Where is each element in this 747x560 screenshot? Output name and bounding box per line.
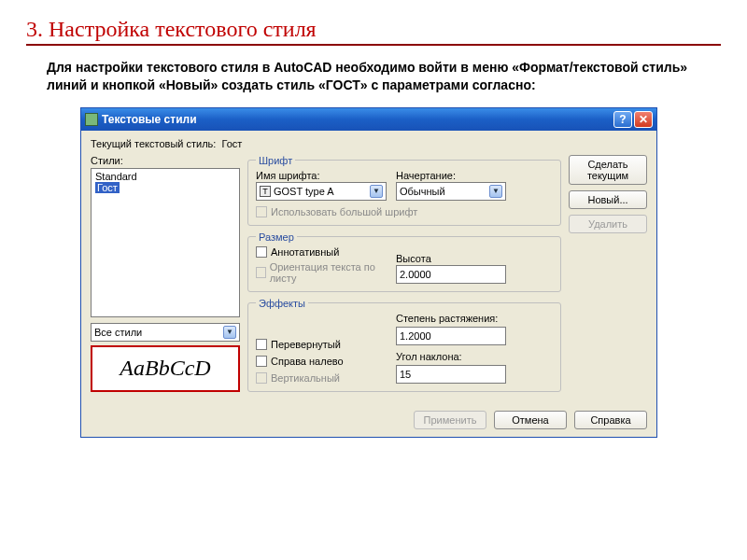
title-underline [26, 44, 721, 46]
vertical-checkbox [256, 372, 267, 384]
oblique-input[interactable]: 15 [396, 365, 506, 384]
font-name-label: Имя шрифта: [256, 170, 387, 181]
slide-title: 3. Настройка текстового стиля [26, 17, 721, 42]
apply-button: Применить [414, 411, 486, 429]
width-factor-label: Степень растяжения: [396, 313, 506, 324]
annotative-label: Аннотативный [271, 246, 339, 258]
width-factor-input[interactable]: 1.2000 [396, 327, 506, 345]
font-group: Шрифт Имя шрифта: TGOST type A ▼ Начерта [247, 155, 561, 226]
vertical-label: Вертикальный [271, 372, 340, 384]
style-filter-value: Все стили [94, 327, 142, 338]
size-legend: Размер [256, 231, 297, 243]
size-group: Размер Аннотативный Ориентация текста по… [247, 231, 561, 292]
chevron-down-icon: ▼ [370, 185, 383, 198]
current-style-label: Текущий текстовый стиль: Гост [91, 138, 647, 149]
backwards-checkbox[interactable] [256, 356, 267, 367]
effects-group: Эффекты Перевернутый Справа налево Верти… [247, 298, 561, 392]
cancel-button[interactable]: Отмена [494, 411, 567, 429]
orient-checkbox [256, 267, 266, 278]
backwards-label: Справа налево [271, 356, 344, 367]
upsidedown-label: Перевернутый [271, 339, 341, 350]
new-button[interactable]: Новый... [569, 190, 647, 209]
effects-legend: Эффекты [256, 298, 308, 309]
window-title: Текстовые стили [102, 113, 612, 126]
delete-button: Удалить [569, 215, 647, 233]
list-item[interactable]: Гост [95, 182, 235, 193]
bigfont-checkbox [256, 206, 267, 217]
slide-intro-text: Для настройки текстового стиля в AutoCAD… [47, 59, 721, 94]
set-current-button[interactable]: Сделать текущим [569, 155, 647, 185]
text-styles-dialog: Текстовые стили ? ✕ Текущий текстовый ст… [80, 107, 657, 438]
bigfont-label: Использовать большой шрифт [271, 206, 417, 217]
styles-list-label: Стили: [91, 155, 240, 166]
height-label: Высота [396, 253, 506, 264]
font-style-label: Начертание: [396, 170, 506, 181]
list-item[interactable]: Standard [95, 171, 235, 182]
style-filter-combo[interactable]: Все стили ▼ [91, 323, 240, 342]
titlebar-help-button[interactable]: ? [613, 111, 632, 128]
upsidedown-checkbox[interactable] [256, 339, 267, 350]
font-style-combo[interactable]: Обычный ▼ [396, 182, 506, 201]
oblique-label: Угол наклона: [396, 351, 506, 362]
orient-label: Ориентация текста по листу [270, 261, 387, 284]
chevron-down-icon: ▼ [489, 185, 502, 198]
app-icon [85, 113, 98, 126]
styles-listbox[interactable]: Standard Гост [91, 168, 240, 317]
font-legend: Шрифт [256, 155, 295, 166]
font-name-combo[interactable]: TGOST type A ▼ [256, 182, 387, 201]
titlebar: Текстовые стили ? ✕ [81, 108, 656, 131]
help-button[interactable]: Справка [574, 411, 647, 429]
truetype-icon: T [260, 186, 271, 197]
preview-box: AaBbCcD [91, 345, 240, 392]
titlebar-close-button[interactable]: ✕ [634, 111, 653, 128]
chevron-down-icon: ▼ [223, 326, 236, 339]
annotative-checkbox[interactable] [256, 246, 267, 258]
height-input[interactable]: 2.0000 [396, 265, 506, 284]
